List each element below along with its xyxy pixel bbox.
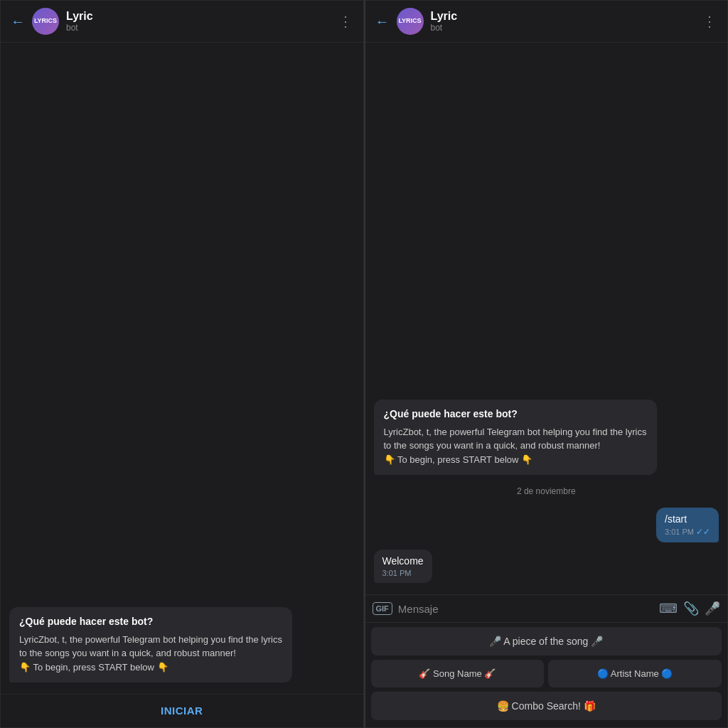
avatar-left: LYRICS [32, 8, 59, 35]
artist-name-button[interactable]: 🔵 Artist Name 🔵 [548, 660, 722, 687]
song-name-button[interactable]: 🎸 Song Name 🎸 [371, 660, 545, 687]
chat-area-left: ¿Qué puede hacer este bot? LyricZbot, t,… [1, 43, 363, 694]
avatar-image-left: LYRICS [32, 8, 59, 35]
more-options-right[interactable]: ⋮ [702, 13, 717, 30]
user-message-wrap: /start 3:01 PM ✓✓ [374, 508, 719, 542]
message-input-placeholder[interactable]: Mensaje [398, 603, 653, 615]
chat-area-right: ¿Qué puede hacer este bot? LyricZbot, t,… [365, 43, 728, 594]
user-message-time: 3:01 PM [665, 528, 694, 536]
more-options-left[interactable]: ⋮ [338, 13, 353, 30]
check-marks: ✓✓ [696, 527, 710, 537]
iniciar-button[interactable]: INICIAR [161, 705, 203, 717]
avatar-right: LYRICS [397, 8, 424, 35]
bot-name-left: Lyric [66, 10, 331, 23]
bot-name-right: Lyric [431, 10, 696, 23]
piece-of-song-button[interactable]: 🎤 A piece of the song 🎤 [371, 627, 722, 655]
bubble-title-right: ¿Qué puede hacer este bot? [384, 408, 647, 419]
header-left: ← LYRICS Lyric bot ⋮ [1, 1, 363, 43]
bubble-body-right: LyricZbot, t, the powerful Telegram bot … [384, 425, 647, 467]
user-message-meta: 3:01 PM ✓✓ [665, 527, 710, 537]
panel-left: ← LYRICS Lyric bot ⋮ ¿Qué puede hacer es… [0, 0, 364, 728]
avatar-image-right: LYRICS [397, 8, 424, 35]
input-area: GIF Mensaje ⌨ 📎 🎤 [365, 594, 728, 622]
combo-search-button[interactable]: 🍔 Combo Search! 🎁 [371, 692, 722, 720]
attachment-icon[interactable]: 📎 [683, 601, 699, 616]
welcome-bubble-wrap: Welcome 3:01 PM [374, 550, 719, 583]
bubble-title-left: ¿Qué puede hacer este bot? [19, 616, 282, 627]
welcome-time: 3:01 PM [382, 569, 424, 577]
bot-sub-left: bot [66, 23, 331, 33]
bottom-buttons: 🎤 A piece of the song 🎤 🎸 Song Name 🎸 🔵 … [365, 622, 728, 727]
bot-sub-right: bot [431, 23, 696, 33]
date-separator: 2 de noviembre [374, 482, 719, 500]
song-artist-row: 🎸 Song Name 🎸 🔵 Artist Name 🔵 [371, 660, 722, 687]
header-info-right: Lyric bot [431, 10, 696, 33]
back-button-left[interactable]: ← [11, 14, 25, 30]
user-bubble-start: /start 3:01 PM ✓✓ [656, 508, 719, 542]
keyboard-icon[interactable]: ⌨ [659, 601, 678, 616]
header-right: ← LYRICS Lyric bot ⋮ [365, 1, 728, 43]
mic-icon[interactable]: 🎤 [705, 601, 720, 616]
bubble-body-left: LyricZbot, t, the powerful Telegram bot … [19, 633, 282, 675]
user-message-text: /start [665, 513, 710, 525]
welcome-bubble: Welcome 3:01 PM [374, 550, 432, 583]
gif-button[interactable]: GIF [373, 602, 392, 615]
header-info-left: Lyric bot [66, 10, 331, 33]
welcome-text: Welcome [382, 555, 424, 567]
iniciar-bar: INICIAR [1, 694, 363, 727]
bot-intro-bubble-right: ¿Qué puede hacer este bot? LyricZbot, t,… [374, 400, 657, 476]
bot-intro-bubble-left: ¿Qué puede hacer este bot? LyricZbot, t,… [9, 607, 292, 683]
panel-right: ← LYRICS Lyric bot ⋮ ¿Qué puede hacer es… [364, 0, 729, 728]
back-button-right[interactable]: ← [375, 14, 390, 30]
